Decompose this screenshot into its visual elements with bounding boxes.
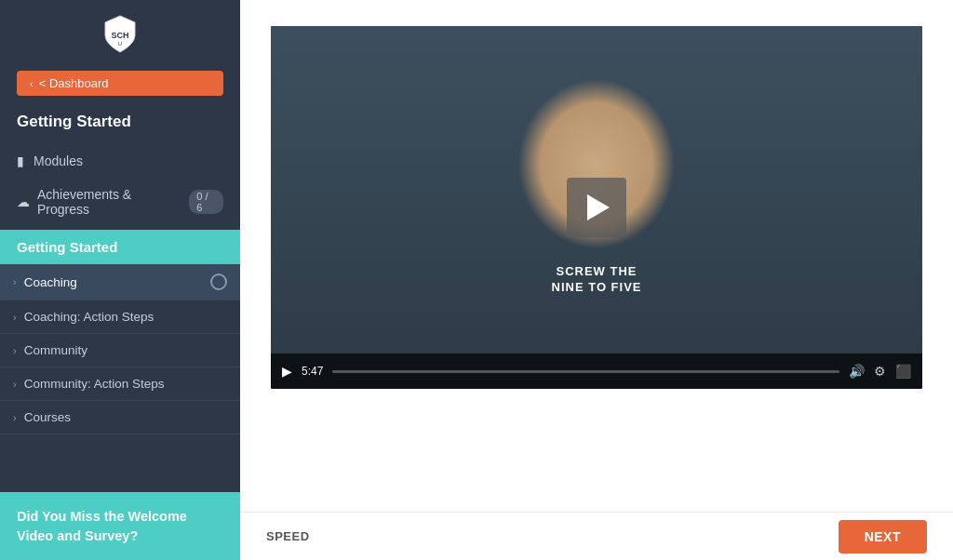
volume-icon[interactable]: 🔊	[849, 364, 865, 379]
fullscreen-icon[interactable]: ⬛	[895, 364, 911, 379]
bookmark-icon: ▮	[17, 153, 24, 168]
speed-label: SPEED	[266, 529, 310, 543]
lesson-item-coaching[interactable]: › Coaching	[0, 264, 240, 300]
svg-text:U: U	[118, 41, 122, 47]
chevron-right-icon: ›	[13, 345, 17, 356]
bottom-bar: SPEED NEXT	[240, 512, 953, 560]
next-button[interactable]: NEXT	[839, 520, 927, 553]
ctrl-timestamp: 5:47	[302, 365, 323, 378]
chevron-right-icon: ›	[13, 412, 17, 423]
lesson-item-community-action-steps[interactable]: › Community: Action Steps	[0, 367, 240, 401]
sidebar-item-modules[interactable]: ▮ Modules	[0, 144, 240, 178]
video-wrapper: SCREW THE NINE TO FIVE ▶ 5:47 🔊 ⚙ ⬛	[240, 0, 953, 500]
play-button[interactable]	[567, 178, 626, 237]
play-triangle-icon	[587, 194, 610, 220]
settings-icon[interactable]: ⚙	[874, 364, 886, 379]
section-header: Getting Started	[0, 230, 240, 264]
sidebar-logo: SCH U	[0, 0, 240, 63]
shirt-text: SCREW THE NINE TO FIVE	[541, 264, 652, 296]
main-content: SCREW THE NINE TO FIVE ▶ 5:47 🔊 ⚙ ⬛ SPEE…	[240, 0, 953, 560]
course-title: Getting Started	[0, 109, 240, 144]
chevron-right-icon: ›	[13, 379, 17, 390]
lesson-item-coaching-action-steps[interactable]: › Coaching: Action Steps	[0, 300, 240, 334]
chevron-left-icon: ‹	[30, 78, 34, 89]
sidebar-item-achievements[interactable]: ☁ Achievements & Progress 0 / 6	[0, 178, 240, 226]
video-controls: ▶ 5:47 🔊 ⚙ ⬛	[271, 353, 922, 389]
sidebar: SCH U ‹ < Dashboard Getting Started ▮ Mo…	[0, 0, 240, 560]
lesson-item-courses[interactable]: › Courses	[0, 401, 240, 434]
logo-icon: SCH U	[100, 13, 141, 54]
promo-text: Did You Miss the WelcomeVideo and Survey…	[17, 509, 187, 542]
dashboard-button[interactable]: ‹ < Dashboard	[17, 71, 223, 96]
ctrl-play-button[interactable]: ▶	[282, 364, 292, 379]
svg-text:SCH: SCH	[111, 31, 128, 40]
chevron-right-icon: ›	[13, 312, 17, 323]
achievements-badge: 0 / 6	[189, 190, 223, 214]
ctrl-right-controls: 🔊 ⚙ ⬛	[849, 364, 911, 379]
lesson-status-icon	[210, 273, 227, 290]
video-container[interactable]: SCREW THE NINE TO FIVE ▶ 5:47 🔊 ⚙ ⬛	[271, 26, 922, 389]
chevron-right-icon: ›	[13, 276, 17, 287]
lesson-item-community[interactable]: › Community	[0, 334, 240, 367]
promo-banner[interactable]: Did You Miss the WelcomeVideo and Survey…	[0, 492, 240, 560]
trophy-icon: ☁	[17, 194, 30, 209]
ctrl-progress-bar[interactable]	[332, 370, 839, 373]
